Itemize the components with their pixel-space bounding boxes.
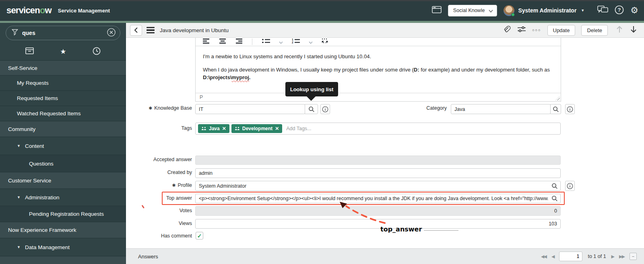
svg-text:2: 2 xyxy=(292,41,293,44)
top-answer-label: Top answer xyxy=(133,195,192,201)
user-menu[interactable]: System Administrator ▼ xyxy=(504,5,584,16)
profile-input[interactable] xyxy=(195,181,561,191)
answers-pagination: ◀◀ ◀ to 1 of 1 ▶ ▶▶ − xyxy=(541,252,637,261)
sidebar-section-self-service[interactable]: Self-Service xyxy=(0,61,126,76)
annotation-leader-line xyxy=(424,230,458,231)
svg-text:1: 1 xyxy=(292,38,293,41)
views-input[interactable] xyxy=(195,219,561,229)
record-title: Java development in Ubuntu xyxy=(160,27,229,33)
align-center-icon[interactable] xyxy=(219,38,226,46)
form-context-menu-icon[interactable] xyxy=(147,27,155,33)
connect-chat-icon[interactable] xyxy=(597,6,608,16)
question-paragraph: I'm a newbie to Linux systems and recent… xyxy=(203,53,554,60)
sidebar-section-community[interactable]: Community xyxy=(0,121,126,137)
product-title: Service Management xyxy=(58,8,110,14)
shared-tag-icon xyxy=(235,127,240,131)
sidebar-section-customer-service[interactable]: Customer Service xyxy=(0,172,126,189)
help-icon[interactable]: ? xyxy=(615,5,624,16)
created-by-input[interactable] xyxy=(195,168,561,178)
sidebar-item-administration[interactable]: ▼Administration xyxy=(0,189,126,206)
delete-button[interactable]: Delete xyxy=(581,25,608,36)
align-left-icon[interactable] xyxy=(203,38,210,46)
question-paragraph-bold-path: D:\projects\myproj. xyxy=(203,74,554,81)
back-button[interactable] xyxy=(130,25,142,36)
user-avatar xyxy=(504,5,514,16)
knowledge-base-info-button[interactable] xyxy=(320,104,330,114)
sidebar-section-now-experience-framework[interactable]: Now Experience Framework xyxy=(0,222,126,238)
nav-label: Requested Items xyxy=(17,95,58,101)
application-picker[interactable]: Social Knowle xyxy=(448,5,497,16)
tag-pill-development[interactable]: Development ✕ xyxy=(231,124,282,133)
page-range-text: to 1 of 1 xyxy=(588,254,606,259)
page-number-input[interactable] xyxy=(559,252,582,261)
align-right-icon[interactable] xyxy=(235,38,242,46)
nav-label: Watched Requested Items xyxy=(17,111,81,117)
knowledge-base-lookup-button[interactable] xyxy=(305,104,318,114)
check-icon: ✓ xyxy=(197,233,202,239)
attachment-paperclip-icon[interactable] xyxy=(502,25,511,35)
tag-pill-java[interactable]: Java ✕ xyxy=(198,124,229,133)
has-comment-checkbox[interactable]: ✓ xyxy=(196,232,203,239)
next-page-icon[interactable]: ▶ xyxy=(611,254,614,259)
numbered-list-icon[interactable]: 12 xyxy=(292,38,300,45)
top-answer-input[interactable] xyxy=(195,194,561,203)
numbered-list-chevron-icon[interactable] xyxy=(309,38,313,45)
personalize-form-sliders-icon[interactable] xyxy=(517,26,526,35)
history-tab-icon[interactable] xyxy=(93,47,101,57)
category-input[interactable] xyxy=(451,104,551,114)
lookup-tooltip: Lookup using list xyxy=(285,82,338,96)
answers-related-list-header: Answers ◀◀ ◀ to 1 of 1 ▶ ▶▶ − xyxy=(126,248,644,264)
user-caret-down-icon: ▼ xyxy=(581,8,584,12)
update-button[interactable]: Update xyxy=(547,25,576,36)
category-lookup-button[interactable] xyxy=(550,104,561,114)
editor-body[interactable]: I'm a newbie to Linux systems and recent… xyxy=(196,46,561,81)
previous-record-arrow-icon[interactable] xyxy=(615,25,623,35)
logo-text-end: w xyxy=(45,5,52,15)
first-page-icon[interactable]: ◀◀ xyxy=(541,254,546,259)
clear-filter-icon[interactable] xyxy=(107,28,116,39)
nav-label: My Requests xyxy=(17,80,49,86)
votes-label: Votes xyxy=(133,208,192,213)
application-picker-value: Social Knowle xyxy=(453,8,485,13)
sidebar-item-questions[interactable]: Questions xyxy=(0,155,126,172)
sidebar-item-data-management[interactable]: ▼Data Management xyxy=(0,238,126,256)
tags-field[interactable]: Java ✕ Development ✕ xyxy=(195,123,561,135)
all-applications-tab-icon[interactable] xyxy=(25,47,34,56)
servicenow-logo[interactable]: servicenow xyxy=(6,5,52,16)
remove-tag-icon[interactable]: ✕ xyxy=(275,126,279,131)
collapse-list-icon[interactable]: − xyxy=(630,253,637,260)
navigator-filter[interactable] xyxy=(6,26,120,40)
more-options-icon[interactable]: ○○○ xyxy=(532,28,541,32)
bullet-list-icon[interactable] xyxy=(262,38,270,45)
profile-info-button[interactable] xyxy=(565,181,575,191)
info-icon xyxy=(322,106,328,113)
svg-text:?: ? xyxy=(618,7,621,13)
settings-gear-icon[interactable]: ⚙ xyxy=(630,6,638,15)
bullet-list-chevron-icon[interactable] xyxy=(279,38,283,45)
nav-label: Now Experience Framework xyxy=(8,227,76,233)
online-status-dot xyxy=(511,13,515,16)
sidebar-item-pending-registration-requests[interactable]: Pending Registration Requests xyxy=(0,206,126,222)
last-page-icon[interactable]: ▶▶ xyxy=(619,254,624,259)
next-record-arrow-icon[interactable] xyxy=(630,25,638,35)
nav-label: Customer Service xyxy=(8,178,51,184)
favorites-tab-icon[interactable]: ★ xyxy=(60,47,66,56)
nav-label: Questions xyxy=(29,161,54,167)
answers-title: Answers xyxy=(138,254,158,260)
knowledge-base-input[interactable] xyxy=(195,104,305,114)
editor-resize-handle[interactable] xyxy=(555,96,560,100)
fullscreen-resize-icon[interactable] xyxy=(322,38,328,45)
sidebar-item-requested-items[interactable]: Requested Items xyxy=(0,91,126,106)
tags-label: Tags xyxy=(133,125,192,131)
category-info-button[interactable] xyxy=(565,104,575,114)
sidebar-item-watched-requested-items[interactable]: Watched Requested Items xyxy=(0,106,126,121)
remove-tag-icon[interactable]: ✕ xyxy=(222,126,226,131)
sidebar-item-my-requests[interactable]: My Requests xyxy=(0,76,126,91)
search-icon xyxy=(553,106,559,113)
sidebar-item-content[interactable]: ▼Content xyxy=(0,137,126,155)
tag-text: Development xyxy=(242,126,272,131)
navigator-filter-input[interactable] xyxy=(22,30,107,36)
add-tags-input[interactable] xyxy=(286,126,558,131)
split-layout-icon[interactable] xyxy=(432,6,442,15)
previous-page-icon[interactable]: ◀ xyxy=(551,254,554,259)
